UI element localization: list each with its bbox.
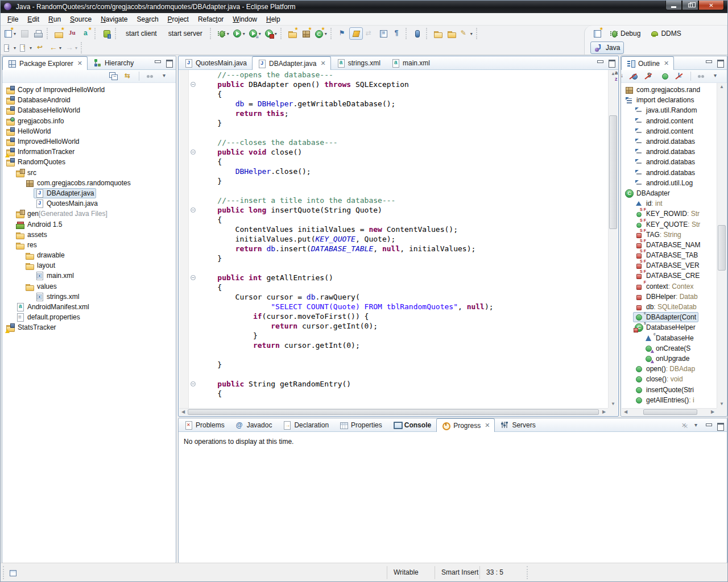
tree-item-database-tab[interactable]: S FDATABASE_TAB — [621, 250, 727, 260]
tree-item-key-rowid[interactable]: S FKEY_ROWID : Str — [621, 209, 727, 219]
next-annotation-button[interactable]: ▾ — [2, 41, 18, 54]
menu-edit[interactable]: Edit — [23, 14, 44, 25]
minimize-view-icon[interactable] — [154, 59, 162, 66]
tree-item-statstracker[interactable]: StatsTracker — [2, 322, 176, 332]
close-tab-icon[interactable]: ✕ — [77, 60, 82, 67]
new-android-project-button[interactable] — [52, 27, 65, 40]
tree-item-android-databas[interactable]: android.databas — [621, 168, 727, 178]
scroll-down-icon[interactable]: ▼ — [717, 400, 726, 408]
tree-item-databasehelloworld[interactable]: DatabaseHelloWorld — [2, 105, 176, 115]
outline-vertical-scrollbar[interactable]: ▲ ▼ — [717, 83, 726, 408]
scroll-down-icon[interactable]: ▼ — [609, 400, 618, 408]
tree-item-main-xml[interactable]: main.xml — [2, 271, 176, 281]
scroll-right-icon[interactable]: ▶ — [600, 409, 608, 415]
tree-item-database-cre[interactable]: S FDATABASE_CRE — [621, 271, 727, 281]
new-java-project-button[interactable] — [286, 27, 299, 40]
view-tab-properties[interactable]: Properties — [334, 418, 387, 431]
perspective-java[interactable]: Java — [590, 41, 624, 54]
tree-item-drawable[interactable]: drawable — [2, 250, 176, 260]
hide-fields-button[interactable] — [627, 70, 641, 82]
tree-item-helloworld[interactable]: HelloWorld — [2, 126, 176, 136]
editor-vscroll-thumb[interactable] — [609, 115, 617, 229]
outline-horizontal-scrollbar[interactable]: ◀ ▶ — [622, 408, 717, 415]
link-with-editor-button[interactable] — [122, 70, 135, 82]
dropdown-arrow-icon[interactable]: ▾ — [470, 31, 473, 36]
code-editor[interactable]: //---opens the database--- public DBAdap… — [179, 70, 608, 408]
editor-horizontal-scrollbar[interactable]: ◀ ▶ — [179, 408, 608, 415]
view-menu-button[interactable] — [710, 70, 723, 82]
tree-item-key-quote[interactable]: S FKEY_QUOTE : Str — [621, 219, 727, 229]
sort-alpha-button[interactable] — [612, 70, 626, 82]
tree-item-strings-xml[interactable]: strings.xml — [2, 292, 176, 302]
tree-item-informationtracker[interactable]: InformationTracker — [2, 147, 176, 157]
dropdown-arrow-icon[interactable]: ▾ — [59, 45, 61, 51]
tree-item-dbadapter-cont[interactable]: cDBAdapter(Cont — [621, 312, 727, 322]
scroll-left-icon[interactable]: ◀ — [179, 409, 187, 415]
show-public-button[interactable] — [658, 70, 672, 82]
maximize-view-icon[interactable] — [716, 422, 725, 430]
debug-button[interactable]: ▾ — [215, 27, 231, 40]
fast-view-icon[interactable] — [9, 568, 18, 577]
mark-occurrences-button[interactable] — [349, 27, 363, 40]
tree-item-database-ver[interactable]: S FDATABASE_VER — [621, 260, 727, 271]
start-client-button[interactable]: start client — [120, 27, 163, 40]
tree-item-databasehelper[interactable]: sDatabaseHelper — [621, 322, 727, 332]
tree-item-android-content[interactable]: android.content — [621, 126, 727, 136]
menu-project[interactable]: Project — [163, 14, 193, 25]
tree-item-db[interactable]: db : SQLiteDatab — [621, 302, 727, 312]
close-folder-button[interactable] — [445, 27, 458, 40]
outline-vscroll-thumb[interactable] — [718, 225, 726, 271]
minimize-view-icon[interactable] — [705, 422, 713, 430]
start-server-button[interactable]: start server — [163, 27, 208, 40]
perspective-debug[interactable]: Debug — [605, 27, 644, 40]
run-button[interactable]: ▾ — [231, 27, 247, 40]
maximize-editor-icon[interactable] — [607, 59, 616, 66]
breadcrumb-button[interactable] — [411, 27, 424, 40]
view-tab-declaration[interactable]: Declaration — [277, 418, 334, 431]
junit-button[interactable] — [65, 27, 79, 40]
minimize-window-button[interactable] — [665, 1, 682, 10]
tree-item-res[interactable]: res — [2, 240, 176, 250]
tree-item-import-declarations[interactable]: import declarations — [621, 95, 727, 105]
show-source-button[interactable] — [377, 27, 390, 40]
minimize-editor-icon[interactable] — [596, 59, 605, 66]
dropdown-arrow-icon[interactable]: ▾ — [275, 31, 277, 36]
restore-window-button[interactable] — [682, 1, 698, 10]
tree-item-default-properties[interactable]: default.properties — [2, 312, 176, 322]
save-button[interactable] — [18, 27, 31, 40]
tree-item-android-content[interactable]: android.content — [621, 116, 727, 126]
show-whitespace-button[interactable] — [390, 27, 404, 40]
outline-hscroll-thumb[interactable] — [643, 409, 697, 415]
view-menu-button[interactable] — [159, 70, 172, 82]
editor-tab-main-xml[interactable]: main.xml — [386, 56, 435, 69]
view-tab-problems[interactable]: Problems — [179, 418, 230, 431]
fold-collapse-icon[interactable] — [191, 207, 196, 213]
scroll-left-icon[interactable]: ◀ — [622, 409, 630, 415]
tree-item-insertquote-stri[interactable]: insertQuote(Stri — [621, 384, 727, 394]
editor-hscroll-thumb[interactable] — [188, 409, 599, 415]
menu-source[interactable]: Source — [65, 14, 96, 25]
run-config-button[interactable]: ▾ — [247, 27, 263, 40]
dropdown-arrow-icon[interactable]: ▾ — [325, 31, 327, 36]
menu-window[interactable]: Window — [228, 14, 262, 25]
close-tab-icon[interactable]: ✕ — [320, 60, 325, 67]
view-tab-console[interactable]: Console — [387, 418, 436, 431]
tree-item-gen[interactable]: gen [Generated Java Files] — [2, 209, 176, 219]
tree-item-assets[interactable]: assets — [2, 230, 176, 240]
menu-help[interactable]: Help — [262, 14, 285, 25]
tree-item-getallentries[interactable]: getAllEntries() : i — [621, 395, 727, 405]
view-pulldown-button[interactable] — [694, 70, 708, 82]
tree-item-database-nam[interactable]: S FDATABASE_NAM — [621, 240, 727, 250]
editor-tab-dbadapter-java[interactable]: DBAdapter.java✕ — [252, 56, 331, 70]
dropdown-arrow-icon[interactable]: ▾ — [243, 31, 245, 36]
fold-collapse-icon[interactable] — [191, 275, 196, 280]
open-task-button[interactable] — [336, 27, 349, 40]
new-class-button[interactable]: ▾ — [313, 27, 329, 40]
close-tab-icon[interactable]: ✕ — [485, 422, 490, 429]
tree-item-onupgrade[interactable]: onUpgrade — [621, 354, 727, 364]
view-tab-hierarchy[interactable]: Hierarchy — [88, 56, 139, 69]
tree-item-close[interactable]: close() : void — [621, 374, 727, 384]
scroll-right-icon[interactable]: ▶ — [709, 409, 717, 415]
dropdown-arrow-icon[interactable]: ▾ — [14, 31, 16, 36]
maximize-view-icon[interactable] — [716, 59, 725, 66]
